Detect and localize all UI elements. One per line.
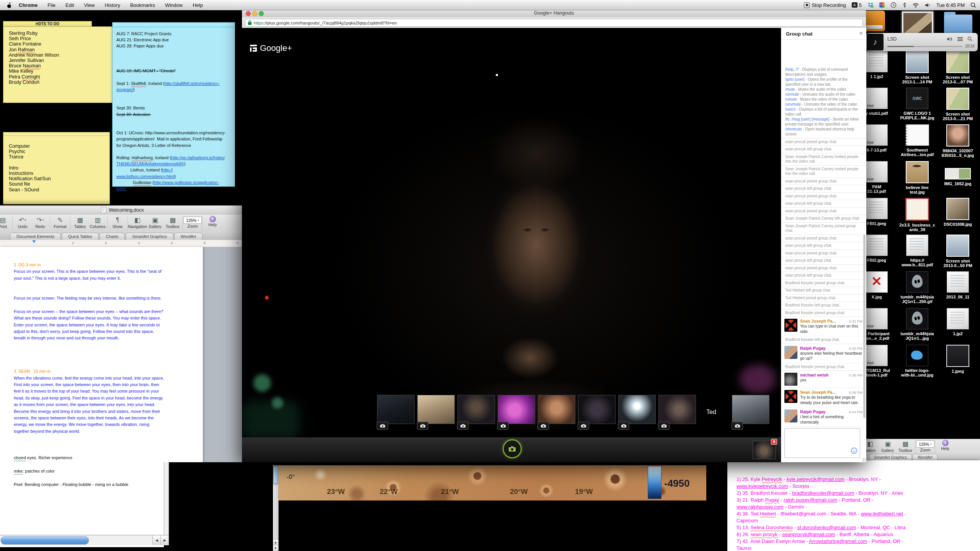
close-window-button[interactable] (246, 11, 251, 16)
color-utility-icon[interactable] (879, 2, 885, 8)
toolbar-show-button[interactable]: ¶Show (109, 216, 126, 230)
menu-item-file[interactable]: File (47, 2, 56, 8)
camera-snapshot-icon[interactable] (457, 422, 469, 430)
toolbar-help-button[interactable]: ?Help (936, 440, 954, 451)
sticky-note-todo[interactable]: Sterling RubySeth PriceClaire FontaineJo… (3, 26, 113, 103)
apple-menu-icon[interactable] (6, 2, 12, 8)
camera-snapshot-icon[interactable] (377, 422, 388, 430)
desktop-icon[interactable]: 2x3.5_business_cards_39 (897, 198, 937, 232)
tab-wordart[interactable]: WordArt (174, 233, 203, 240)
stop-recording-menu-item[interactable]: Stop Recording (804, 2, 846, 8)
close-chat-icon[interactable]: ✕ (859, 30, 863, 36)
dropbox-icon[interactable] (867, 2, 874, 8)
desktop-icon[interactable]: believe linetest.jpg (897, 161, 937, 194)
participant-thumbnail[interactable] (732, 395, 769, 424)
itunes-miniplayer[interactable]: ♪ LSD 10:16 (866, 33, 978, 51)
spotlight-icon[interactable] (970, 2, 976, 8)
desktop-icon[interactable]: tumblr_m44hjsiaJQ1rr1...250.gif (897, 271, 937, 304)
participant-thumbnail[interactable] (377, 395, 415, 424)
resize-grip[interactable] (862, 458, 866, 462)
toolbar-navigation-button[interactable]: ◧Navigation (129, 216, 146, 230)
participant-thumbnail[interactable] (417, 395, 455, 424)
tab-charts[interactable]: Charts (100, 233, 125, 240)
search-icon[interactable] (967, 36, 972, 41)
menu-item-history[interactable]: History (105, 2, 120, 8)
scroll-right-button[interactable]: ▶ (160, 535, 169, 545)
participant-thumbnail[interactable] (457, 395, 495, 424)
scroll-up-button[interactable]: ▲ (273, 539, 278, 545)
zoom-select[interactable]: 125%▾ (183, 217, 202, 224)
desktop-icon[interactable]: Screen shot2013-1....14 PM (897, 51, 937, 84)
chat-input-field[interactable] (784, 428, 860, 458)
participant-thumbnail[interactable] (498, 395, 535, 424)
adobe-status-item[interactable]: A 5 (852, 2, 862, 8)
tab-smartart-graphics[interactable]: SmartArt Graphics (869, 454, 912, 460)
mars-topography-map[interactable]: -0° -4950 23°W22°W21°W20°W19°W (278, 465, 706, 500)
scroll-left-button[interactable]: ◀ (152, 535, 161, 545)
volume-menu-icon[interactable] (925, 3, 931, 8)
toolbar-columns-button[interactable]: ▥Columns (89, 216, 106, 230)
toolbar-tables-button[interactable]: ▦Tables (71, 216, 89, 230)
desktop-icon[interactable]: GWCGWC LOGO 1PURPLE...NK.jpg (897, 88, 937, 120)
sticky-todo-titlebar[interactable]: HDTS TO DO (3, 21, 92, 27)
emoji-smiley-icon[interactable] (851, 447, 858, 456)
toolbar-gation-button[interactable]: ◧gation (866, 440, 879, 453)
toolbar-print-button[interactable]: ▤Print (0, 216, 11, 230)
camera-snapshot-icon[interactable] (658, 422, 670, 430)
camera-snapshot-icon[interactable] (578, 422, 589, 430)
camera-snapshot-icon[interactable] (732, 422, 743, 430)
scroll-down-button[interactable]: ▼ (273, 545, 278, 551)
self-view-thumbnail[interactable]: 6 (753, 441, 776, 459)
menu-item-view[interactable]: View (84, 2, 95, 8)
snapshot-camera-button[interactable] (503, 439, 522, 458)
toolbar-undo-button[interactable]: ↶▾Undo (14, 216, 31, 230)
desktop-icon[interactable]: twitter-logo-with-bl...und.jpg (897, 345, 937, 377)
desktop-icon[interactable]: Screen shot2013-0....07 PM (938, 51, 978, 84)
zoom-window-button[interactable] (259, 11, 264, 16)
desktop-icon[interactable]: https://www.h...811.pdf (897, 235, 937, 267)
playlist-icon[interactable] (957, 37, 963, 41)
toolbar-zoom-button[interactable]: 125%▾Zoom (916, 440, 934, 452)
camera-snapshot-icon[interactable] (417, 422, 428, 430)
desktop-icon[interactable]: IMG_1652.jpg (938, 161, 978, 186)
toolbar-help-button[interactable]: ?Help (204, 216, 221, 230)
word-titlebar[interactable]: Welcoming.docx (0, 205, 245, 215)
folder-icon[interactable] (944, 15, 972, 34)
sticky-note-deadlines[interactable]: AUG 7: RACC Project GrantsAUG 21: Electr… (112, 22, 235, 187)
bluetooth-icon[interactable] (902, 2, 906, 8)
map-scrollbar[interactable]: ▲ ▼ (273, 465, 279, 551)
tab-quick-tables[interactable]: Quick Tables (62, 233, 99, 240)
camera-snapshot-icon[interactable] (618, 422, 629, 430)
scrollbar-thumb[interactable] (1, 536, 89, 544)
volume-icon[interactable] (947, 37, 953, 41)
menu-item-chrome[interactable]: Chrome (19, 2, 38, 8)
sticky-note-plan[interactable]: ComputerPsychicTrance IntroInstructionsN… (3, 132, 110, 204)
toolbar-toolbox-button[interactable]: ▩Toolbox (897, 440, 914, 453)
camera-snapshot-icon[interactable] (497, 422, 509, 430)
camera-snapshot-icon[interactable] (537, 422, 549, 430)
menu-item-window[interactable]: Window (165, 2, 183, 8)
menu-item-edit[interactable]: Edit (65, 2, 74, 8)
desktop-icon[interactable]: Screen shot2013-0....21 PM (938, 88, 978, 121)
toolbar-gallery-button[interactable]: ▣Gallery (879, 440, 897, 453)
menu-clock[interactable]: Tue 6:45 PM (936, 2, 965, 8)
participant-thumbnail[interactable] (658, 395, 696, 424)
desktop-icon[interactable]: 2013_06_11 (938, 271, 978, 299)
wifi-icon[interactable] (912, 3, 919, 8)
desktop-icon[interactable]: 1.jp2 (938, 308, 978, 336)
menu-item-bookmarks[interactable]: Bookmarks (130, 2, 155, 8)
zoom-select[interactable]: 125%▾ (916, 440, 934, 448)
time-machine-icon[interactable] (890, 2, 897, 8)
desktop-icon[interactable]: tumblr_m44hjsiaJQ1rr1...jpg (897, 308, 937, 341)
desktop-icon[interactable]: Screen shot2013-0...50 PM (938, 235, 978, 268)
desktop-icon[interactable]: DSC01008.jpg (938, 198, 978, 227)
chat-scrollbar-thumb[interactable] (863, 235, 866, 418)
minimize-window-button[interactable] (252, 11, 257, 16)
menu-item-help[interactable]: Help (193, 2, 203, 8)
desktop-icon[interactable]: 998434_102007835010...5_n.jpg (938, 124, 978, 158)
desktop-icon[interactable]: 1.jpeg (938, 345, 978, 373)
toolbar-toolbox-button[interactable]: ▩Toolbox (164, 216, 181, 230)
tab-smartart-graphics[interactable]: SmartArt Graphics (126, 233, 173, 240)
toolbar-gallery-button[interactable]: ▣Gallery (146, 216, 164, 230)
tab-document-elements[interactable]: Document Elements (10, 233, 61, 240)
